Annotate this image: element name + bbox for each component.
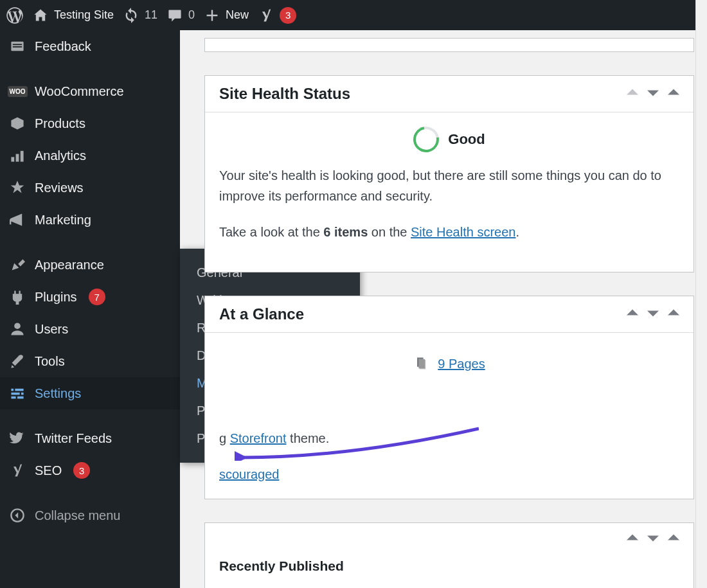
products-icon <box>9 115 26 132</box>
activity-panel: Recently Published <box>204 522 694 588</box>
twitter-icon <box>9 430 26 447</box>
toggle-panel-icon[interactable] <box>668 307 679 321</box>
site-health-panel: Site Health Status Good Your site's heal… <box>204 75 694 272</box>
appearance-icon <box>9 256 26 273</box>
scrollbar[interactable] <box>695 0 707 588</box>
sidebar-item-label: Appearance <box>35 258 104 272</box>
update-count-badge: 7 <box>89 289 105 305</box>
sidebar-item-label: WooCommerce <box>35 84 124 99</box>
sidebar-item-label: Products <box>35 116 85 131</box>
reviews-icon <box>9 179 26 196</box>
svg-rect-8 <box>11 393 23 395</box>
yoast-count-badge: 3 <box>280 7 296 24</box>
users-icon <box>9 321 26 337</box>
seo-icon <box>9 462 26 479</box>
panel-stub <box>204 38 694 52</box>
site-name-link[interactable]: Testing Site <box>32 7 114 24</box>
theme-line: g Storefront theme. <box>219 428 679 449</box>
svg-rect-5 <box>21 151 24 162</box>
sidebar-item-label: Users <box>35 322 68 337</box>
sidebar-item-label: Plugins <box>35 290 77 305</box>
sidebar-item-tools[interactable]: Tools <box>0 345 180 377</box>
move-down-icon[interactable] <box>647 532 659 546</box>
comments-link[interactable]: 0 <box>166 7 195 24</box>
at-a-glance-panel: At a Glance 9 Pages g Storefront theme. <box>204 296 694 499</box>
health-footer: Take a look at the 6 items on the Site H… <box>219 222 679 242</box>
move-down-icon[interactable] <box>647 87 659 101</box>
sidebar-item-twitter-feeds[interactable]: Twitter Feeds <box>0 422 180 454</box>
sidebar-item-label: Feedback <box>35 39 91 54</box>
panel-title: At a Glance <box>219 305 304 323</box>
move-up-icon[interactable] <box>627 307 638 321</box>
feedback-icon <box>9 38 26 55</box>
theme-link[interactable]: Storefront <box>230 431 287 445</box>
comment-icon <box>166 7 183 24</box>
svg-rect-3 <box>11 157 14 161</box>
sidebar-item-feedback[interactable]: Feedback <box>0 30 180 62</box>
svg-rect-2 <box>13 46 22 48</box>
wp-logo[interactable] <box>6 7 23 24</box>
settings-icon <box>9 385 26 402</box>
sidebar-item-reviews[interactable]: Reviews <box>0 172 180 204</box>
admin-sidebar: FeedbackWOOWooCommerceProductsAnalyticsR… <box>0 30 180 588</box>
pages-link[interactable]: 9 Pages <box>438 353 485 374</box>
sidebar-item-appearance[interactable]: Appearance <box>0 249 180 281</box>
svg-rect-4 <box>16 154 19 162</box>
svg-rect-10 <box>13 388 15 392</box>
site-health-link[interactable]: Site Health screen <box>411 225 515 239</box>
yoast-link[interactable]: 3 <box>258 7 296 24</box>
move-up-icon[interactable] <box>627 532 638 546</box>
move-down-icon[interactable] <box>647 307 659 321</box>
health-status-label: Good <box>448 128 485 150</box>
toggle-panel-icon[interactable] <box>668 532 679 546</box>
updates-link[interactable]: 11 <box>123 7 157 24</box>
sidebar-item-plugins[interactable]: Plugins7 <box>0 281 180 313</box>
sidebar-item-label: Analytics <box>35 148 86 163</box>
sidebar-item-analytics[interactable]: Analytics <box>0 139 180 172</box>
sidebar-item-label: Twitter Feeds <box>35 431 112 446</box>
discouraged-link[interactable]: scouraged <box>219 467 279 481</box>
tools-icon <box>9 353 26 370</box>
site-name: Testing Site <box>54 8 114 22</box>
move-up-icon[interactable] <box>627 87 638 101</box>
panel-header <box>205 523 694 555</box>
svg-rect-1 <box>13 44 22 45</box>
recently-published-heading: Recently Published <box>219 555 679 577</box>
collapse-icon <box>9 507 26 524</box>
update-count-badge: 3 <box>73 462 90 479</box>
svg-rect-12 <box>16 396 17 400</box>
pages-icon <box>413 356 429 371</box>
woocommerce-icon: WOO <box>9 83 26 100</box>
plus-icon <box>204 7 220 24</box>
sidebar-item-woocommerce[interactable]: WOOWooCommerce <box>0 75 180 107</box>
sidebar-item-seo[interactable]: SEO3 <box>0 454 180 486</box>
sidebar-item-products[interactable]: Products <box>0 107 180 139</box>
svg-point-6 <box>14 323 21 329</box>
sidebar-item-label: Tools <box>35 354 65 369</box>
pages-row[interactable]: 9 Pages <box>219 347 679 389</box>
home-icon <box>32 7 49 24</box>
sidebar-item-label: SEO <box>35 463 62 478</box>
marketing-icon <box>9 211 26 228</box>
panel-header: At a Glance <box>205 296 694 333</box>
health-description: Your site's health is looking good, but … <box>219 165 679 206</box>
panel-header: Site Health Status <box>205 76 694 112</box>
yoast-icon <box>258 7 274 24</box>
admin-bar: Testing Site 11 0 New 3 <box>0 0 707 30</box>
sidebar-item-label: Collapse menu <box>35 508 120 523</box>
sidebar-item-users[interactable]: Users <box>0 313 180 345</box>
refresh-icon <box>123 7 139 24</box>
health-status-row: Good <box>219 127 679 152</box>
svg-rect-7 <box>11 389 23 391</box>
new-label: New <box>226 8 249 22</box>
toggle-panel-icon[interactable] <box>668 87 679 101</box>
dashboard-content: Site Health Status Good Your site's heal… <box>180 30 707 588</box>
sidebar-item-label: Reviews <box>35 181 84 195</box>
sidebar-item-marketing[interactable]: Marketing <box>0 204 180 236</box>
new-content-link[interactable]: New <box>204 7 249 24</box>
sidebar-item-label: Marketing <box>35 213 91 227</box>
analytics-icon <box>9 147 26 164</box>
updates-count: 11 <box>145 8 157 22</box>
sidebar-item-collapse-menu[interactable]: Collapse menu <box>0 499 180 531</box>
sidebar-item-settings[interactable]: SettingsGeneralWritingReadingDiscussionM… <box>0 377 180 409</box>
